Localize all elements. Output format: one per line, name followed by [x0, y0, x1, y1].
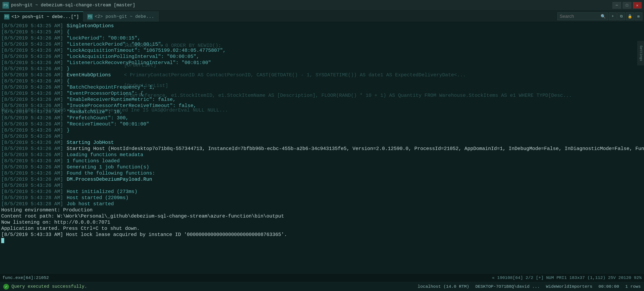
- status-info: « 190108[64] 2/2 [+] NUM PRI1 183x37 (1,…: [492, 276, 642, 280]
- notify-time: 00:00:00: [598, 284, 619, 289]
- tab-1-icon: PS: [4, 14, 10, 20]
- lock-button[interactable]: 🔒: [626, 12, 634, 20]
- timestamp: [8/5/2019 5:43:25 AM]: [1, 29, 67, 35]
- line-content: Found the following functions:: [67, 170, 155, 176]
- line-content: "ReceiveTimeout": "00:01:00": [67, 121, 149, 127]
- tab-2[interactable]: PS <2> posh~git ~ debe...: [83, 12, 158, 22]
- terminal-line: [8/5/2019 5:43:25 AM] {: [0, 29, 644, 35]
- terminal-line: [8/5/2019 5:43:33 AM] Host lock lease ac…: [0, 232, 644, 238]
- line-content: Starting JobHost: [67, 140, 114, 146]
- terminal-line: [8/5/2019 5:43:26 AM] Found the followin…: [0, 170, 644, 176]
- terminal-line: [8/5/2019 5:43:28 AM] Host started (2209…: [0, 195, 644, 201]
- timestamp: [8/5/2019 5:43:26 AM]: [1, 158, 67, 164]
- maximize-button[interactable]: □: [623, 2, 631, 8]
- timestamp: [8/5/2019 5:43:26 AM]: [1, 96, 67, 103]
- line-content: Job host started: [67, 201, 114, 207]
- tab-2-label: <2> posh~git ~ debe...: [95, 14, 154, 19]
- close-button[interactable]: ✕: [633, 2, 642, 8]
- terminal-line: [8/5/2019 5:43:26 AM] Starting JobHost: [0, 140, 644, 146]
- line-content: Generating 1 job function(s): [67, 164, 149, 170]
- timestamp: [8/5/2019 5:43:26 AM]: [1, 41, 67, 48]
- line-content: "LockPeriod": "00:00:15",: [67, 35, 140, 41]
- success-icon: ✓: [3, 284, 9, 290]
- line-content: 1 functions loaded: [67, 158, 120, 164]
- notify-database: WideWorldImporters: [546, 284, 592, 289]
- tab-bar: PS <1> posh~git ~ debe...[*] PS <2> posh…: [0, 11, 644, 22]
- terminal-line: Now listening on: http://0.0.0.0:7071: [0, 220, 644, 226]
- timestamp: [8/5/2019 5:43:26 AM]: [1, 121, 67, 127]
- terminal-line: [8/5/2019 5:43:26 AM] "ListenerLockPerio…: [0, 41, 644, 48]
- timestamp: [8/5/2019 5:43:26 AM]: [1, 90, 67, 96]
- timestamp: [8/5/2019 5:43:26 AM]: [1, 35, 67, 41]
- terminal-line: [8/5/2019 5:43:26 AM] Starting Host (Hos…: [0, 146, 644, 152]
- terminal-line: [8/5/2019 5:43:26 AM]: [0, 134, 644, 140]
- terminal-line: [8/5/2019 5:43:26 AM] "LockAcquisitionPo…: [0, 54, 644, 60]
- terminal-area[interactable]: [8/5/2019 5:43:25 AM] SingletonOptions[8…: [0, 22, 644, 274]
- overlay-line: [OrderList]: [123, 62, 158, 68]
- search-input[interactable]: [560, 14, 601, 19]
- line-content: Loading functions metadata: [67, 152, 143, 158]
- terminal-line: [8/5/2019 5:43:26 AM] Host initialized (…: [0, 189, 644, 195]
- notify-rows: 1 rows: [625, 284, 641, 289]
- timestamp: [8/5/2019 5:43:26 AM]: [1, 140, 67, 146]
- timestamp: [8/5/2019 5:43:26 AM]: [1, 48, 67, 54]
- status-bar: func.exe[64]:21052 « 190108[64] 2/2 [+] …: [0, 274, 644, 282]
- title-bar: PS posh~git ~ debezium-sql-change-stream…: [0, 0, 644, 11]
- split-button[interactable]: ⧉: [618, 12, 625, 20]
- timestamp: [8/5/2019 5:43:26 AM]: [1, 182, 67, 189]
- terminal-line: [8/5/2019 5:43:25 AM] SingletonOptions: [0, 23, 644, 29]
- overlay-line: isEmployee <= 0 ORDER BY NEWID();: [123, 42, 222, 49]
- terminal-line: [8/5/2019 5:43:26 AM] "LockAcquisitionTi…: [0, 48, 644, 54]
- line-content: Application started. Press Ctrl+C to shu…: [1, 226, 140, 232]
- terminal-line: [8/5/2019 5:43:26 AM] "ReceiveTimeout": …: [0, 121, 644, 127]
- line-content: [8/5/2019 5:43:33 AM] Host lock lease ac…: [1, 232, 287, 238]
- notify-host: localhost (14.0 RTM): [418, 284, 469, 289]
- terminal-line: [8/5/2019 5:43:26 AM] Loading functions …: [0, 152, 644, 158]
- timestamp: [8/5/2019 5:43:26 AM]: [1, 134, 67, 140]
- terminal-line: [8/5/2019 5:43:26 AM] }: [0, 127, 644, 134]
- line-content: DM.ProcessDebeziumPayload.Run: [67, 176, 152, 182]
- overlay-line: NULL 20150824 20190205 2523 0 Autogenera…: [0, 107, 229, 113]
- timestamp: [8/5/2019 5:43:26 AM]: [1, 152, 67, 158]
- line-content: Starting Host (HostId=desktop7o71b8q-557…: [67, 146, 644, 152]
- terminal-line: Hosting environment: Production: [0, 207, 644, 213]
- window-title: posh~git ~ debezium-sql-change-stream [m…: [11, 3, 135, 8]
- terminal-line: [8/5/2019 5:43:26 AM] "BatchCheckpointFr…: [0, 84, 644, 90]
- notify-desktop: DESKTOP-7O71B8Q\david ...: [476, 284, 540, 289]
- line-content: {: [67, 29, 70, 35]
- minimize-button[interactable]: ─: [612, 2, 621, 8]
- grid-button[interactable]: ⊞: [634, 12, 642, 20]
- timestamp: [8/5/2019 5:43:25 AM]: [1, 23, 67, 29]
- timestamp: [8/5/2019 5:43:26 AM]: [1, 84, 67, 90]
- line-content: "LockAcquisitionPollingInterval": "00:00…: [67, 54, 199, 60]
- line-content: SingletonOptions: [67, 23, 114, 29]
- line-content: Content root path: W:\Work\Personal\_git…: [1, 213, 284, 220]
- add-button[interactable]: +: [609, 12, 616, 20]
- notify-message: Query executed successfully.: [12, 284, 87, 289]
- terminal-line: [8/5/2019 5:43:26 AM] Generating 1 job f…: [0, 164, 644, 170]
- settings-tab[interactable]: Settings: [638, 41, 644, 66]
- search-box[interactable]: 🔍: [558, 12, 608, 20]
- terminal-line: [8/5/2019 5:43:26 AM] {: [0, 78, 644, 84]
- timestamp: [8/5/2019 5:43:26 AM]: [1, 115, 67, 121]
- timestamp: [8/5/2019 5:43:26 AM]: [1, 66, 67, 72]
- timestamp: [8/5/2019 5:43:26 AM]: [1, 170, 67, 176]
- tab-2-icon: PS: [87, 14, 93, 20]
- tab-1[interactable]: PS <1> posh~git ~ debe...[*]: [0, 12, 83, 22]
- line-content: }: [67, 66, 70, 72]
- cursor-line: █: [0, 238, 644, 244]
- line-content: Host initialized (273ms): [67, 189, 138, 195]
- window-controls: ─ □ ✕: [612, 2, 642, 8]
- timestamp: [8/5/2019 5:43:28 AM]: [1, 195, 67, 201]
- app-icon: PS: [2, 2, 9, 8]
- terminal-line: [8/5/2019 5:43:26 AM] "ListenerLockRecov…: [0, 60, 644, 66]
- timestamp: [8/5/2019 5:43:26 AM]: [1, 72, 67, 78]
- line-content: EventHubOptions: [67, 72, 111, 78]
- terminal-line: [8/5/2019 5:43:26 AM] DM.ProcessDebezium…: [0, 176, 644, 182]
- timestamp: [8/5/2019 5:43:26 AM]: [1, 176, 67, 182]
- timestamp: [8/5/2019 5:43:26 AM]: [1, 78, 67, 84]
- line-content: }: [67, 127, 70, 134]
- timestamp: [8/5/2019 5:43:26 AM]: [1, 60, 67, 66]
- overlay-line: < PrimaryContactPersonID AS ContactPerso…: [123, 72, 467, 78]
- timestamp: [8/5/2019 5:43:26 AM]: [1, 54, 67, 60]
